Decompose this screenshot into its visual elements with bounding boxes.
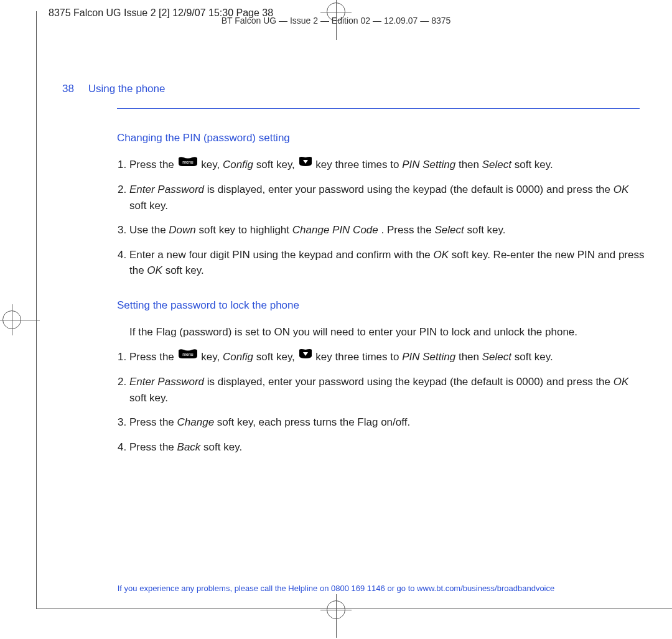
- svg-text:menu: menu: [182, 352, 194, 357]
- down-key-icon: [298, 156, 313, 172]
- list-item: Enter Password is displayed, enter your …: [129, 182, 647, 213]
- list-item: Press the Back soft key.: [129, 439, 647, 455]
- list-item: Enter Password is displayed, enter your …: [129, 374, 647, 406]
- running-head: Using the phone: [88, 83, 166, 95]
- section-title-1: Changing the PIN (password) setting: [117, 130, 647, 146]
- svg-text:menu: menu: [182, 160, 194, 164]
- section-title-2: Setting the password to lock the phone: [117, 297, 647, 314]
- page-number: 38: [62, 81, 74, 97]
- list-item: Enter a new four digit PIN using the key…: [129, 247, 647, 279]
- document-header: BT Falcon UG — Issue 2 — Edition 02 — 12…: [222, 16, 451, 26]
- list-item: Press the Change soft key, each press tu…: [129, 414, 647, 431]
- section1-steps: Press the menu key, Config soft key, key…: [117, 157, 647, 279]
- helpline-footer: If you experience any problems, please c…: [118, 584, 554, 593]
- menu-key-icon: menu: [177, 156, 198, 172]
- menu-key-icon: menu: [177, 348, 198, 365]
- crop-mark-left: [0, 308, 24, 332]
- header-rule: [117, 108, 640, 109]
- down-key-icon: [298, 348, 313, 365]
- section2-intro: If the Flag (password) is set to ON you …: [129, 324, 647, 340]
- page-content: 38 Using the phone Changing the PIN (pas…: [62, 81, 647, 473]
- list-item: Use the Down soft key to highlight Chang…: [129, 222, 647, 238]
- section2-steps: Press the menu key, Config soft key, key…: [117, 349, 647, 455]
- helpline-number: 0800 169 1146: [331, 584, 385, 593]
- list-item: Press the menu key, Config soft key, key…: [129, 349, 647, 365]
- helpline-url: www.bt.com/business/broadbandvoice: [417, 584, 554, 593]
- crop-mark-bottom: [324, 598, 348, 622]
- list-item: Press the menu key, Config soft key, key…: [129, 157, 647, 173]
